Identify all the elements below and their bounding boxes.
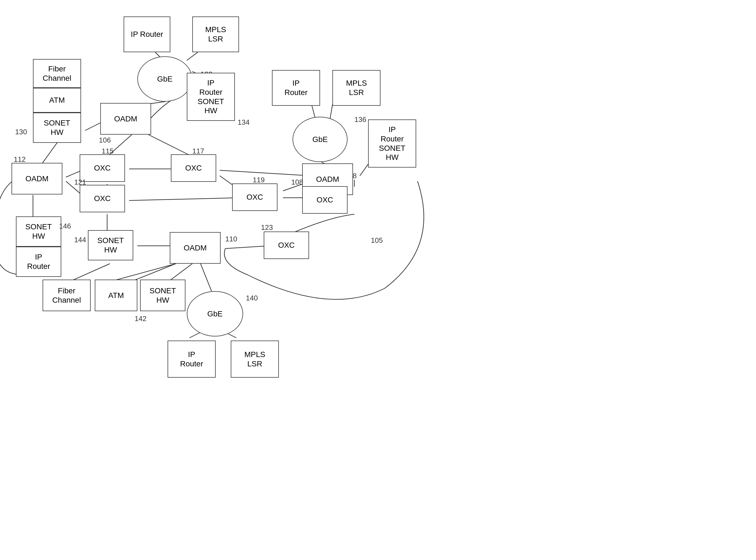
svg-line-32 — [73, 264, 110, 280]
svg-line-27 — [190, 332, 201, 338]
oxc-119: OXC — [232, 183, 277, 211]
atm-left: ATM — [33, 88, 81, 113]
label-123: 123 — [261, 223, 273, 232]
svg-line-25 — [201, 264, 212, 291]
oxc-117: OXC — [171, 154, 216, 182]
sonet-hw-144: SONETHW — [88, 230, 133, 260]
ip-router-mid-right: IPRouter — [272, 70, 320, 106]
label-105: 105 — [371, 236, 383, 245]
mpls-lsr-top: MPLSLSR — [192, 17, 239, 52]
label-106: 106 — [99, 136, 111, 144]
mpls-lsr-right: MPLSLSR — [332, 70, 380, 106]
oxc-108: OXC — [302, 186, 347, 214]
label-136: 136 — [354, 115, 366, 124]
fiber-channel-left: FiberChannel — [33, 59, 81, 88]
ip-router-bottom: IPRouter — [167, 341, 216, 378]
oadm-top: OADM — [100, 103, 151, 135]
label-112: 112 — [14, 155, 25, 164]
sonet-hw-146: SONETHW — [16, 216, 61, 247]
ip-router-top-left: IP Router — [124, 17, 170, 52]
label-130: 130 — [15, 128, 27, 136]
svg-line-26 — [225, 246, 269, 248]
label-119: 119 — [253, 176, 264, 184]
label-110: 110 — [225, 235, 237, 243]
oadm-bottom: OADM — [170, 232, 221, 264]
sonet-hw-left: SONETHW — [33, 113, 81, 143]
svg-line-11 — [220, 170, 311, 176]
label-108: 108 — [291, 178, 303, 186]
oxc-123: OXC — [264, 232, 309, 259]
sonet-hw-bottom: SONETHW — [140, 280, 185, 311]
oxc-115: OXC — [80, 154, 125, 182]
svg-line-29 — [170, 264, 192, 280]
svg-line-30 — [135, 264, 176, 280]
label-140: 140 — [246, 294, 258, 302]
mpls-lsr-bottom: MPLSLSR — [231, 341, 279, 378]
gbe-top: GbE — [137, 56, 192, 102]
gbe-bottom: GbE — [187, 291, 243, 336]
ip-router-sonet-right: IPRouterSONETHW — [368, 119, 416, 167]
atm-bottom: ATM — [95, 280, 137, 311]
svg-line-31 — [115, 264, 176, 280]
svg-line-19 — [129, 198, 239, 200]
ip-router-bottom-left: IPRouter — [16, 247, 61, 277]
fiber-channel-bottom: FiberChannel — [43, 280, 91, 311]
svg-line-6 — [148, 135, 192, 157]
network-diagram: IP Router MPLSLSR GbE 132 FiberChannel A… — [0, 0, 756, 560]
svg-line-1 — [187, 52, 198, 60]
label-146: 146 — [59, 222, 71, 231]
label-115: 115 — [102, 147, 114, 156]
gbe-right: GbE — [293, 117, 347, 162]
label-134: 134 — [238, 118, 250, 127]
oxc-121: OXC — [80, 185, 125, 212]
label-142: 142 — [135, 315, 146, 323]
ip-router-sonet-top: IPRouterSONETHW — [187, 73, 235, 121]
label-117: 117 — [192, 147, 204, 156]
label-121: 121 — [74, 178, 86, 186]
label-144: 144 — [74, 236, 86, 244]
oadm-left: OADM — [12, 163, 62, 195]
